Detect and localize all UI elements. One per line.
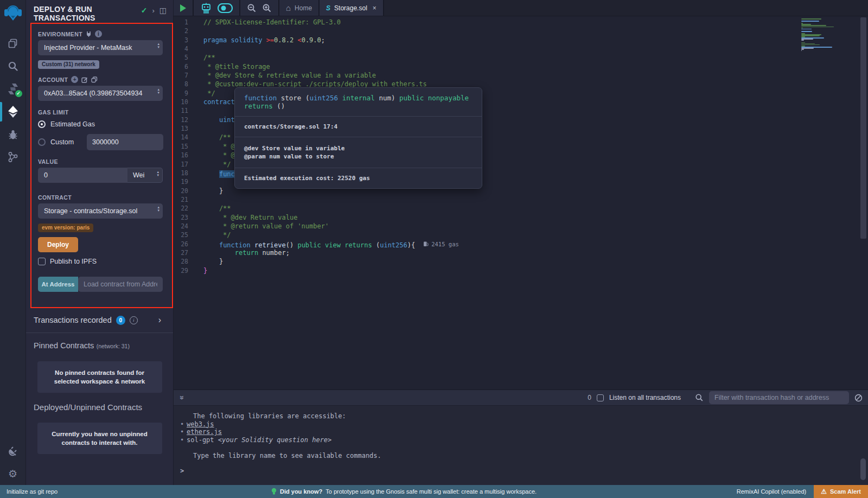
plug-icon[interactable] xyxy=(86,31,92,37)
code-token: * @dev Return value xyxy=(203,214,297,221)
tip-bold-label: Did you know? xyxy=(280,488,322,495)
code-token: /** xyxy=(203,54,215,61)
account-value: 0xA03...85ac4 (0.398673504934 xyxy=(44,90,142,97)
custom-gas-option[interactable]: Custom xyxy=(38,134,165,150)
code-line[interactable]: 2 xyxy=(174,27,868,35)
listen-all-label: Listen on all transactions xyxy=(609,394,681,401)
value-input[interactable]: 0 xyxy=(38,168,127,183)
contract-select[interactable]: Storage - contracts/Storage.sol ▴▾ xyxy=(38,203,163,219)
code-line[interactable]: 27 return number; xyxy=(174,248,868,257)
tooltip-doc-param: @param num value to store xyxy=(244,152,473,161)
code-token: */ xyxy=(203,231,231,239)
copilot-status[interactable]: RemixAI Copilot (enabled) xyxy=(737,488,806,495)
environment-info-icon[interactable]: i xyxy=(95,30,102,37)
code-line[interactable]: 23 * @dev Return value xyxy=(174,213,868,222)
publish-ipfs-checkbox[interactable] xyxy=(38,258,46,265)
scam-alert-button[interactable]: ⚠ Scam Alert xyxy=(814,485,868,498)
code-line[interactable]: 3pragma solidity >=0.8.2 <0.9.0; xyxy=(174,36,868,44)
terminal-body[interactable]: The following libraries are accessible:•… xyxy=(174,406,868,475)
code-line[interactable]: 5/** xyxy=(174,53,868,62)
line-number: 2 xyxy=(174,27,203,35)
code-line[interactable]: 6 * @title Storage xyxy=(174,62,868,71)
terminal-scrollbar[interactable] xyxy=(860,458,866,480)
transactions-recorded-row[interactable]: Transactions recorded 0 i › xyxy=(26,308,173,331)
line-number: 22 xyxy=(174,204,203,213)
code-token: uint256 xyxy=(380,241,407,248)
estimated-gas-option[interactable]: Estimated Gas xyxy=(38,120,165,128)
deploy-run-icon[interactable] xyxy=(0,100,26,123)
code-token: store xyxy=(281,94,302,102)
zoom-out-icon[interactable] xyxy=(247,3,257,13)
minimap-line xyxy=(801,50,802,51)
listen-all-checkbox[interactable] xyxy=(597,394,604,401)
code-editor[interactable]: 1// SPDX-License-Identifier: GPL-3.023pr… xyxy=(174,17,868,390)
solidity-compiler-icon[interactable]: ✓ xyxy=(0,78,26,100)
copilot-toggle[interactable] xyxy=(218,3,233,13)
file-explorer-icon[interactable] xyxy=(0,32,26,55)
custom-gas-input[interactable] xyxy=(87,134,163,150)
remix-logo-icon[interactable] xyxy=(4,4,22,24)
estimated-gas-radio[interactable] xyxy=(38,120,46,128)
remixai-assistant-icon[interactable] xyxy=(200,3,212,14)
run-script-button[interactable] xyxy=(174,0,194,16)
minimap[interactable] xyxy=(801,18,837,51)
custom-gas-radio[interactable] xyxy=(38,138,46,146)
minimap-line xyxy=(801,21,819,22)
panel-collapse-icon[interactable]: › xyxy=(152,7,154,15)
tab-storage-sol[interactable]: S Storage.sol × xyxy=(320,0,384,16)
chevron-updown-icon: ▴▾ xyxy=(157,42,159,49)
transactions-recorded-label: Transactions recorded xyxy=(34,316,112,324)
code-token: internal xyxy=(342,94,375,102)
code-token xyxy=(203,170,219,178)
transactions-info-icon[interactable]: i xyxy=(130,316,138,324)
remix-ide: ✓ ⚙ DEPLOY & RUN TRANSACTIONS ✓ › ◫ xyxy=(0,0,868,498)
at-address-button[interactable]: At Address xyxy=(38,277,78,292)
code-line[interactable]: 24 * @return value of 'number' xyxy=(174,222,868,231)
edit-account-icon[interactable] xyxy=(81,76,88,83)
tab-home[interactable]: ⌂ Home xyxy=(279,0,320,16)
at-address-input[interactable] xyxy=(78,277,163,292)
environment-label-row: ENVIRONMENT i xyxy=(38,30,165,37)
publish-ipfs-option[interactable]: Publish to IPFS xyxy=(38,258,165,265)
unit-testing-icon[interactable] xyxy=(0,146,26,169)
terminal-text: <your Solidity question here> xyxy=(218,436,332,444)
custom-gas-label: Custom xyxy=(50,138,82,146)
code-token: */ xyxy=(203,90,215,97)
account-select[interactable]: 0xA03...85ac4 (0.398673504934 ▴▾ xyxy=(38,86,163,101)
code-line[interactable]: 7 * @dev Store & retrieve value in a var… xyxy=(174,71,868,80)
code-token xyxy=(321,241,325,248)
close-tab-icon[interactable]: × xyxy=(373,4,376,12)
line-number: 12 xyxy=(174,116,203,124)
clear-filter-icon[interactable] xyxy=(854,394,863,402)
copy-account-icon[interactable] xyxy=(91,76,98,83)
chevron-right-icon[interactable]: › xyxy=(158,315,165,325)
deploy-button[interactable]: Deploy xyxy=(38,237,78,252)
pin-panel-icon[interactable]: ◫ xyxy=(159,6,167,15)
terminal-text: Type the library name to see available c… xyxy=(193,452,381,460)
code-line[interactable]: 25 */ xyxy=(174,231,868,239)
code-line[interactable]: 22 /** xyxy=(174,204,868,213)
code-line[interactable]: 28 } xyxy=(174,257,868,266)
editor-scrollbar[interactable] xyxy=(860,17,866,239)
library-link[interactable]: web3.js xyxy=(187,420,214,429)
transaction-filter-input[interactable] xyxy=(709,391,849,404)
activity-rail: ✓ ⚙ xyxy=(0,0,26,485)
git-init-status[interactable]: Initialize as git repo xyxy=(0,488,58,495)
settings-icon[interactable]: ⚙ xyxy=(0,462,26,485)
code-line[interactable]: 29} xyxy=(174,266,868,275)
code-line[interactable]: 4 xyxy=(174,44,868,53)
add-account-icon[interactable]: + xyxy=(71,76,78,83)
code-token: 0.8.2 xyxy=(274,36,293,44)
value-unit-select[interactable]: Wei ▴▾ xyxy=(127,168,163,183)
zoom-in-icon[interactable] xyxy=(262,3,272,13)
collapse-terminal-icon[interactable]: » xyxy=(178,395,187,400)
search-icon[interactable] xyxy=(0,55,26,78)
terminal-prompt[interactable]: > xyxy=(180,467,868,475)
plugin-manager-icon[interactable] xyxy=(0,439,26,462)
code-line[interactable]: 21 xyxy=(174,195,868,204)
library-link[interactable]: ethers.js xyxy=(187,428,222,436)
code-line[interactable]: 1// SPDX-License-Identifier: GPL-3.0 xyxy=(174,18,868,27)
debugger-icon[interactable] xyxy=(0,123,26,146)
code-line[interactable]: 26 function retrieve() public view retur… xyxy=(174,240,868,248)
environment-select[interactable]: Injected Provider - MetaMask ▴▾ xyxy=(38,40,163,55)
